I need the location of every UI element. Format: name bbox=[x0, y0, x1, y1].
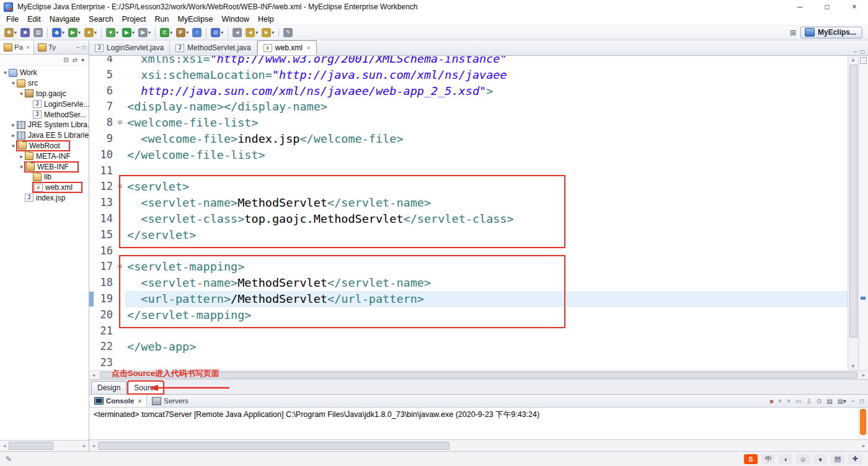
mark-occurrences-button[interactable]: ✎ bbox=[282, 27, 294, 38]
code-area[interactable]: 4 xmlns:xsi="http://www.w3.org/2001/XMLS… bbox=[89, 56, 848, 370]
code-line-20[interactable]: 20</servlet-mapping> bbox=[89, 307, 848, 323]
tree-item[interactable]: JLoginServle... bbox=[0, 99, 89, 109]
terminate-icon[interactable]: ■ bbox=[769, 398, 773, 405]
print-button[interactable]: ▤ bbox=[32, 27, 44, 38]
minimize-window-button[interactable]: ─ bbox=[786, 0, 813, 14]
dropdown-caret-icon[interactable]: ▾ bbox=[221, 30, 223, 35]
remove-launch-icon[interactable]: × bbox=[778, 398, 782, 405]
remove-all-launches-icon[interactable]: × bbox=[787, 398, 790, 405]
console-tab-console[interactable]: Console× bbox=[89, 395, 147, 407]
scroll-thumb[interactable] bbox=[98, 442, 450, 450]
code-line-10[interactable]: 10</welcome-file-list> bbox=[89, 147, 848, 163]
menu-project[interactable]: Project bbox=[118, 15, 151, 24]
menu-edit[interactable]: Edit bbox=[23, 15, 45, 24]
tree-item[interactable]: ▾WEB-INF bbox=[0, 161, 89, 172]
expander-icon[interactable]: ▾ bbox=[10, 80, 17, 86]
code-line-13[interactable]: 13 <servlet-name>MethodServlet</servlet-… bbox=[89, 195, 848, 211]
tree-item[interactable]: JMethodSer... bbox=[0, 109, 89, 120]
emoji-picker-icon[interactable]: ☺ bbox=[796, 454, 810, 464]
input-mode-chinese-icon[interactable]: 中 bbox=[761, 454, 775, 464]
dropdown-caret-icon[interactable]: ▾ bbox=[132, 30, 135, 35]
code-line-11[interactable]: 11 bbox=[89, 163, 848, 179]
explorer-tab-pa[interactable]: Pa× bbox=[0, 40, 34, 54]
dropdown-caret-icon[interactable]: ▾ bbox=[272, 30, 274, 35]
debug-button[interactable]: ●▾ bbox=[105, 27, 120, 38]
menu-window[interactable]: Window bbox=[217, 15, 253, 24]
editor-tab-loginservlet-java[interactable]: JLoginServlet.java bbox=[89, 40, 170, 55]
new-java-package-button[interactable]: P▾ bbox=[175, 27, 190, 38]
menu-search[interactable]: Search bbox=[84, 15, 118, 24]
input-toolbox-icon[interactable]: ✚ bbox=[848, 454, 862, 464]
view-menu-icon[interactable]: ▾ bbox=[81, 56, 84, 63]
explorer-hscrollbar[interactable]: ◄ ► bbox=[0, 440, 89, 451]
expander-icon[interactable]: ▾ bbox=[2, 69, 9, 76]
voice-input-icon[interactable]: ♦ bbox=[813, 454, 827, 464]
console-vertical-scrollbar[interactable] bbox=[858, 408, 868, 439]
database-explorer-button[interactable]: ●▾ bbox=[83, 27, 98, 38]
forward-button[interactable]: ►▾ bbox=[260, 27, 275, 38]
tree-item[interactable]: ▾WebRoot bbox=[0, 141, 89, 151]
expander-icon[interactable]: ▸ bbox=[18, 153, 25, 159]
maximize-window-button[interactable]: □ bbox=[813, 0, 841, 14]
display-selected-console-icon[interactable]: ▤ bbox=[826, 398, 832, 405]
expander-icon[interactable]: ▸ bbox=[10, 132, 17, 138]
minimize-panel-icon[interactable]: − bbox=[851, 398, 855, 405]
minimize-editor-icon[interactable]: − bbox=[854, 48, 857, 55]
open-perspective-icon[interactable]: ⊞ bbox=[790, 29, 796, 37]
dropdown-caret-icon[interactable]: ▾ bbox=[255, 30, 258, 35]
tree-item[interactable]: ▸META-INF bbox=[0, 151, 89, 161]
code-line-16[interactable]: 16 bbox=[89, 243, 848, 259]
code-line-14[interactable]: 14 <servlet-class>top.gaojc.MethodServle… bbox=[89, 211, 848, 227]
menu-run[interactable]: Run bbox=[151, 15, 174, 24]
save-button[interactable]: ■ bbox=[19, 27, 31, 38]
maximize-editor-icon[interactable]: □ bbox=[861, 48, 864, 55]
run-server-button[interactable]: ▶▾ bbox=[67, 27, 82, 38]
scroll-right-icon[interactable]: ► bbox=[80, 444, 89, 448]
tree-item[interactable]: xweb.xml bbox=[0, 182, 89, 193]
menu-myeclipse[interactable]: MyEclipse bbox=[174, 15, 218, 24]
soft-keyboard-icon[interactable]: ▤ bbox=[831, 454, 844, 464]
back-button[interactable]: ◄▾ bbox=[244, 27, 259, 38]
console-horizontal-scrollbar[interactable]: ◄ ► bbox=[89, 439, 868, 451]
fold-marker-icon[interactable]: ⊖ bbox=[115, 179, 125, 195]
annotation-summary-icon[interactable] bbox=[860, 57, 867, 64]
code-line-4[interactable]: 4 xmlns:xsi="http://www.w3.org/2001/XMLS… bbox=[89, 56, 848, 67]
dropdown-caret-icon[interactable]: ▾ bbox=[78, 30, 81, 35]
dropdown-caret-icon[interactable]: ▾ bbox=[186, 30, 188, 35]
code-line-5[interactable]: 5 xsi:schemaLocation="http://java.sun.co… bbox=[89, 67, 848, 83]
code-line-8[interactable]: 8⊖<welcome-file-list> bbox=[89, 115, 848, 131]
code-line-22[interactable]: 22</web-app> bbox=[89, 339, 848, 355]
code-line-9[interactable]: 9 <welcome-file>index.jsp</welcome-file> bbox=[89, 131, 848, 147]
open-type-button[interactable]: ○ bbox=[191, 27, 203, 38]
code-line-6[interactable]: 6 http://java.sun.com/xml/ns/javaee/web-… bbox=[89, 83, 848, 99]
dropdown-caret-icon[interactable]: ▾ bbox=[14, 30, 17, 35]
scroll-up-icon[interactable]: ▲ bbox=[848, 57, 858, 63]
fold-marker-icon[interactable]: ⊖ bbox=[115, 259, 125, 275]
scroll-thumb[interactable] bbox=[849, 65, 857, 338]
last-edit-location-button[interactable]: ◄ bbox=[231, 27, 243, 38]
dropdown-caret-icon[interactable]: ▾ bbox=[94, 30, 97, 35]
tree-item[interactable]: ▸Java EE 5 Librarie... bbox=[0, 130, 89, 141]
scroll-left-icon[interactable]: ◄ bbox=[89, 444, 98, 448]
expander-icon[interactable]: ▾ bbox=[18, 91, 25, 97]
expander-icon[interactable]: ▸ bbox=[10, 122, 17, 128]
code-line-18[interactable]: 18 <servlet-name>MethodServlet</servlet-… bbox=[89, 275, 848, 291]
editor-tab-methodservlet-java[interactable]: JMethodServlet.java bbox=[170, 40, 257, 55]
code-line-7[interactable]: 7<display-name></display-name> bbox=[89, 99, 848, 115]
tree-item[interactable]: lib bbox=[0, 172, 89, 182]
close-icon[interactable]: × bbox=[138, 398, 141, 405]
tree-item[interactable]: ▾top.gaojc bbox=[0, 89, 89, 99]
minimize-view-icon[interactable]: − bbox=[76, 44, 80, 51]
code-line-21[interactable]: 21 bbox=[89, 323, 848, 339]
dropdown-caret-icon[interactable]: ▾ bbox=[116, 30, 118, 35]
close-icon[interactable]: × bbox=[307, 45, 311, 52]
dropdown-caret-icon[interactable]: ▾ bbox=[62, 30, 64, 35]
fold-marker-icon[interactable]: ⊖ bbox=[115, 115, 125, 131]
scroll-down-icon[interactable]: ▼ bbox=[848, 364, 858, 369]
tree-item[interactable]: Jindex.jsp bbox=[0, 193, 89, 204]
tree-item[interactable]: ▾Work bbox=[0, 68, 89, 78]
clear-console-icon[interactable]: ▭ bbox=[795, 398, 801, 405]
code-line-15[interactable]: 15</servlet> bbox=[89, 227, 848, 243]
menu-help[interactable]: Help bbox=[254, 15, 278, 24]
editor-vertical-scrollbar[interactable]: ▲ ▼ bbox=[848, 56, 858, 370]
